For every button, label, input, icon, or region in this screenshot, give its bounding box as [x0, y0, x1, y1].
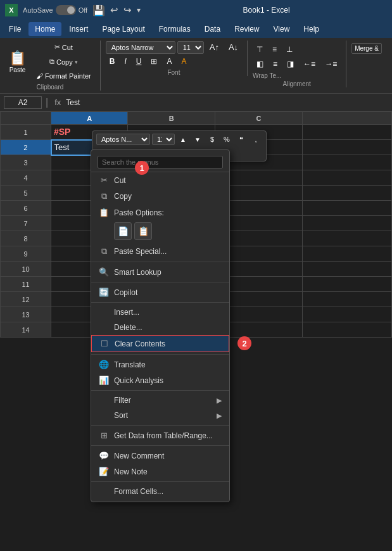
menu-item-data[interactable]: Data [198, 22, 227, 36]
menu-item-page-layout[interactable]: Page Layout [96, 22, 151, 36]
cut-button[interactable]: ✂ Cut [32, 41, 95, 54]
mini-currency-button[interactable]: $ [206, 134, 218, 144]
cell-D6[interactable] [302, 201, 391, 216]
context-menu-clear-contents[interactable]: ☐ Clear Contents [91, 335, 229, 352]
cell-D1[interactable] [302, 125, 391, 140]
col-header-D[interactable] [302, 112, 391, 125]
cell-D12[interactable] [302, 292, 391, 307]
context-menu-search-input[interactable] [98, 156, 223, 168]
formula-separator: | [44, 97, 49, 108]
context-menu-copy[interactable]: ⧉ Copy [91, 188, 229, 205]
context-menu-filter[interactable]: Filter ▶ [91, 393, 229, 408]
mini-decrease-size-button[interactable]: ▼ [191, 135, 204, 144]
context-menu-delete[interactable]: Delete... [91, 320, 229, 335]
alignment-group: ⊤ ≡ ⊥ ◧ ≡ ◨ ←≡ →≡ Wrap Te... Alignment [253, 41, 346, 87]
menu-item-insert[interactable]: Insert [63, 22, 94, 36]
menu-item-file[interactable]: File [3, 22, 27, 36]
align-bottom-button[interactable]: ⊥ [282, 43, 296, 56]
cell-D8[interactable] [302, 231, 391, 246]
mini-increase-size-button[interactable]: ▲ [177, 135, 189, 144]
font-family-select[interactable]: Aptos Narrow [106, 41, 175, 54]
context-menu-paste-special[interactable]: ⧉ Paste Special... [91, 243, 229, 260]
context-menu-cut[interactable]: ✂ Cut [91, 172, 229, 188]
cell-reference-input[interactable] [4, 96, 42, 109]
font-decrease-button[interactable]: A↓ [225, 41, 242, 54]
context-menu-smart-lookup[interactable]: 🔍 Smart Lookup [91, 264, 229, 280]
smart-lookup-label: Smart Lookup [114, 268, 161, 277]
cell-D13[interactable] [302, 307, 391, 322]
border-button[interactable]: ⊞ [147, 55, 161, 68]
menu-item-home[interactable]: Home [28, 22, 61, 36]
context-menu-quick-analysis[interactable]: 📊 Quick Analysis [91, 372, 229, 388]
separator-3 [91, 302, 229, 303]
font-increase-button[interactable]: A↑ [206, 41, 223, 54]
cell-D2[interactable] [302, 140, 391, 155]
row-header-10: 10 [1, 262, 51, 277]
wrap-text-button[interactable]: Wrap Te... [253, 72, 341, 79]
context-menu-format-cells[interactable]: Format Cells... [91, 484, 229, 499]
col-header-B[interactable]: B [128, 112, 215, 125]
cell-value: Test [54, 142, 70, 152]
autosave-toggle[interactable] [56, 5, 76, 15]
context-menu-new-note[interactable]: 📝 New Note [91, 464, 229, 479]
font-toolbar: Aptos Narrow 11 A↑ A↓ B I U ⊞ A A [106, 41, 242, 68]
font-row1: Aptos Narrow 11 A↑ A↓ [106, 41, 242, 54]
paste-icon-2[interactable]: 📋 [134, 222, 152, 240]
col-header-C[interactable]: C [215, 112, 303, 125]
context-menu-copilot[interactable]: 🔄 Copilot [91, 284, 229, 300]
context-menu-insert[interactable]: Insert... [91, 305, 229, 320]
menu-item-help[interactable]: Help [297, 22, 326, 36]
mini-size-select[interactable]: 11 [152, 134, 175, 145]
paste-icon-1[interactable]: 📄 [114, 222, 132, 240]
menu-item-review[interactable]: Review [228, 22, 265, 36]
mini-quote-button[interactable]: ❝ [235, 134, 248, 145]
context-menu-new-comment[interactable]: 💬 New Comment [91, 448, 229, 464]
delete-label: Delete... [114, 323, 142, 332]
indent-decrease-button[interactable]: ←≡ [300, 58, 319, 70]
align-top-button[interactable]: ⊤ [253, 43, 267, 56]
context-menu-get-data[interactable]: ⊞ Get Data from Table/Range... [91, 428, 229, 443]
save-icon[interactable]: 💾 [92, 4, 105, 16]
paste-button[interactable]: 📋 Paste [5, 48, 30, 76]
indent-increase-button[interactable]: →≡ [321, 58, 341, 70]
cell-D5[interactable] [302, 186, 391, 201]
cell-D7[interactable] [302, 216, 391, 231]
undo-icon[interactable]: ↩ [110, 4, 118, 16]
sort-submenu-arrow: ▶ [217, 412, 222, 420]
underline-button[interactable]: U [132, 55, 146, 68]
mini-percent-button[interactable]: % [220, 134, 233, 144]
menu-item-view[interactable]: View [267, 22, 296, 36]
copy-button[interactable]: ⧉ Copy ▾ [32, 55, 95, 68]
formula-bar: | fx [0, 94, 392, 111]
cell-D9[interactable] [302, 246, 391, 262]
format-cells-label: Format Cells... [114, 487, 163, 496]
cell-D10[interactable] [302, 262, 391, 277]
cell-D3[interactable] [302, 155, 391, 170]
row-header-11: 11 [1, 277, 51, 292]
cell-D14[interactable] [302, 322, 391, 338]
formula-input[interactable] [66, 98, 388, 107]
mini-comma-button[interactable]: , [250, 134, 262, 144]
menu-item-formulas[interactable]: Formulas [153, 22, 197, 36]
copy-icon: ⧉ [99, 191, 109, 201]
merge-cells-button[interactable]: Merge & [351, 43, 382, 54]
context-menu-sort[interactable]: Sort ▶ [91, 408, 229, 423]
bold-button[interactable]: B [106, 55, 119, 68]
col-header-A[interactable]: A [51, 112, 128, 125]
cell-D11[interactable] [302, 277, 391, 292]
italic-button[interactable]: I [120, 55, 130, 68]
row-header-1: 1 [1, 125, 51, 140]
align-left-button[interactable]: ◧ [253, 58, 267, 70]
mini-font-select[interactable]: Aptos N... [96, 134, 150, 145]
fill-color-button[interactable]: A [163, 55, 175, 68]
more-commands-icon[interactable]: ▾ [137, 6, 141, 15]
font-size-select[interactable]: 11 [177, 41, 204, 54]
font-color-button[interactable]: A [177, 55, 190, 68]
format-painter-button[interactable]: 🖌 Format Painter [32, 70, 95, 82]
cell-D4[interactable] [302, 170, 391, 186]
align-middle-button[interactable]: ≡ [269, 43, 281, 56]
align-right-button[interactable]: ◨ [283, 58, 298, 70]
redo-icon[interactable]: ↪ [123, 4, 132, 16]
align-center-button[interactable]: ≡ [269, 58, 281, 70]
context-menu-translate[interactable]: 🌐 Translate [91, 357, 229, 372]
